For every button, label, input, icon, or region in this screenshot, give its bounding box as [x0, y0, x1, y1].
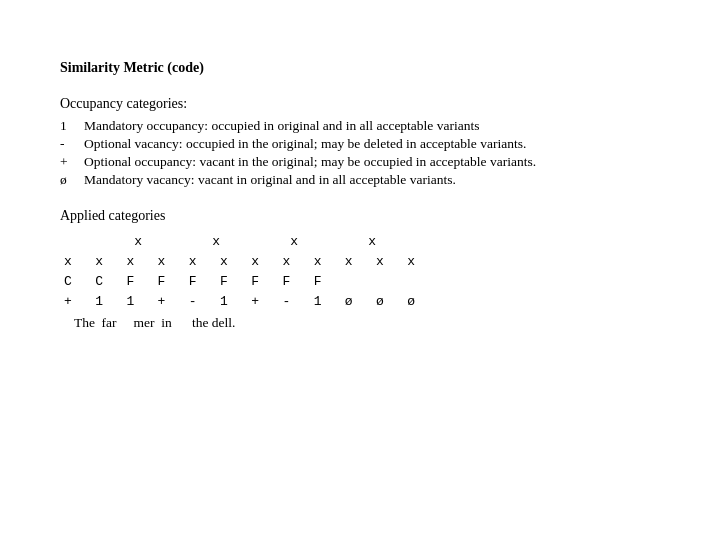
category-text: Mandatory vacancy: vacant in original an… [84, 172, 660, 188]
grid-row-1: x x x x x x x x x x x x [64, 252, 660, 272]
grid-row-2: C C F F F F F F F [64, 272, 660, 292]
category-text: Optional vacancy: occupied in the origin… [84, 136, 660, 152]
grid-table: x x x xx x x x x x x x x x x xC C F F F … [64, 232, 660, 333]
category-symbol: + [60, 154, 76, 170]
category-list: 1Mandatory occupancy: occupied in origin… [60, 118, 660, 188]
category-symbol: ø [60, 172, 76, 188]
page-container: Similarity Metric (code) Occupancy categ… [0, 0, 720, 373]
grid-row-4: The far mer in the dell. [64, 313, 660, 334]
grid-row-3: + 1 1 + - 1 + - 1 ø ø ø [64, 292, 660, 312]
category-item: 1Mandatory occupancy: occupied in origin… [60, 118, 660, 134]
category-text: Mandatory occupancy: occupied in origina… [84, 118, 660, 134]
page-title: Similarity Metric (code) [60, 60, 660, 76]
occupancy-label: Occupancy categories: [60, 96, 660, 112]
category-symbol: - [60, 136, 76, 152]
occupancy-section: Occupancy categories: 1Mandatory occupan… [60, 96, 660, 188]
applied-title: Applied categories [60, 208, 660, 224]
category-text: Optional occupancy: vacant in the origin… [84, 154, 660, 170]
category-item: -Optional vacancy: occupied in the origi… [60, 136, 660, 152]
category-symbol: 1 [60, 118, 76, 134]
grid-row-0: x x x x [64, 232, 660, 252]
category-item: +Optional occupancy: vacant in the origi… [60, 154, 660, 170]
category-item: øMandatory vacancy: vacant in original a… [60, 172, 660, 188]
applied-section: Applied categories x x x xx x x x x x x … [60, 208, 660, 333]
